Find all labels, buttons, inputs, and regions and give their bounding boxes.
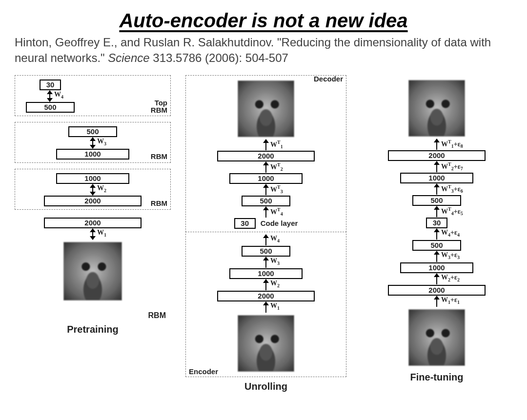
- layer-1000-b: 1000: [56, 173, 129, 184]
- arrow-w2-bi: W2: [92, 184, 93, 195]
- arrow-ft-1: W1+ε1: [436, 296, 437, 307]
- rbm-box-top: 30 W4 500 Top RBM: [15, 75, 171, 116]
- label-top-rbm: Top RBM: [151, 99, 167, 114]
- weight-ft-2: W2+ε2: [441, 274, 460, 282]
- layer-500: 500: [26, 102, 75, 113]
- layer-2000: 2000: [44, 196, 142, 206]
- column-pretraining: 30 W4 500 Top RBM 500 W3 1000 RBM 1000 W…: [15, 75, 171, 392]
- weight-w1t: WT1: [270, 140, 283, 149]
- weight-w2t: WT2: [270, 162, 283, 172]
- arrow-ft-5: WT4+ε5: [436, 206, 437, 217]
- weight-ft-1: W1+ε1: [441, 296, 460, 305]
- weight-w2-u: W2: [270, 280, 280, 288]
- arrow-w1t: WT1: [265, 140, 266, 150]
- dec-layer-1000: 1000: [229, 173, 303, 184]
- arrow-w1-bi: W1: [92, 229, 93, 240]
- arrow-w3-bi: W3: [92, 138, 93, 148]
- arrow-w3-u: W3: [265, 257, 266, 268]
- arrow-ft-7: WT2+ε7: [436, 161, 437, 172]
- weight-w4: W4: [54, 91, 63, 100]
- label-decoder: Decoder: [314, 75, 343, 83]
- weight-w4t: WT4: [270, 207, 283, 217]
- caption-unrolling: Unrolling: [244, 381, 287, 392]
- face-image-output-unroll: [238, 80, 294, 137]
- code-layer-30: 30: [234, 218, 256, 229]
- citation-ref: 313.5786 (2006): 504-507: [153, 51, 288, 64]
- dec-layer-2000: 2000: [217, 151, 315, 161]
- arrow-ft-8: WT1+ε8: [436, 139, 437, 150]
- rbm-box-3: 500 W3 1000 RBM: [15, 122, 171, 163]
- face-image-output-finetune: [408, 80, 465, 137]
- diagram: 30 W4 500 Top RBM 500 W3 1000 RBM 1000 W…: [15, 75, 512, 392]
- arrow-w3t: WT3: [265, 184, 266, 195]
- slide-title: Auto-encoder is not a new idea: [15, 10, 512, 32]
- weight-ft-5: WT4+ε5: [441, 206, 463, 216]
- face-image-input-finetune: [408, 309, 465, 366]
- weight-w2: W2: [97, 184, 106, 193]
- ft-layer-1000-bot: 1000: [400, 262, 473, 273]
- citation: Hinton, Geoffrey E., and Ruslan R. Salak…: [15, 35, 512, 66]
- caption-pretraining: Pretraining: [67, 324, 119, 335]
- weight-ft-6: WT3+ε6: [441, 184, 463, 194]
- layer-2000-b: 2000: [44, 218, 142, 228]
- code-layer-row: 30 Code layer: [234, 218, 298, 229]
- layer-1000: 1000: [56, 149, 129, 160]
- enc-layer-2000: 2000: [217, 291, 315, 301]
- arrow-w4-bi: W4: [49, 91, 50, 101]
- ft-layer-2000-bot: 2000: [388, 285, 486, 296]
- arrow-w2-u: W2: [265, 280, 266, 290]
- arrow-ft-6: WT3+ε6: [436, 184, 437, 195]
- ft-layer-500-bot: 500: [412, 240, 461, 251]
- ft-layer-2000-top: 2000: [388, 150, 486, 161]
- column-unrolling: Decoder WT1 2000 WT2 1000 WT3 500 WT4 30…: [185, 75, 346, 392]
- weight-w4-u: W4: [270, 235, 280, 243]
- label-rbm-2: RBM: [151, 199, 167, 207]
- dec-layer-500: 500: [242, 196, 290, 206]
- weight-ft-3: W3+ε3: [441, 251, 460, 260]
- weight-w3: W3: [97, 138, 106, 146]
- citation-authors: Hinton, Geoffrey E., and Ruslan R. Salak…: [15, 36, 274, 49]
- label-encoder: Encoder: [189, 367, 218, 376]
- weight-ft-7: WT2+ε7: [441, 161, 463, 171]
- face-image-input-unroll: [238, 315, 294, 372]
- label-rbm-3: RBM: [151, 152, 167, 160]
- label-code-layer: Code layer: [261, 219, 298, 227]
- decoder-box: Decoder WT1 2000 WT2 1000 WT3 500 WT4 30…: [185, 75, 346, 232]
- rbm-box-2: 1000 W2 2000 RBM: [15, 169, 171, 210]
- ft-layer-1000-top: 1000: [400, 173, 473, 183]
- arrow-ft-3: W3+ε3: [436, 251, 437, 262]
- arrow-w1-u: W1: [265, 302, 266, 313]
- arrow-w2t: WT2: [265, 162, 266, 173]
- layer-500-b: 500: [68, 126, 117, 137]
- label-rbm-1: RBM: [148, 311, 166, 320]
- column-finetuning: WT1+ε8 2000 WT2+ε7 1000 WT3+ε6 500 WT4+ε…: [361, 75, 512, 392]
- arrow-ft-4: W4+ε4: [436, 229, 437, 240]
- encoder-box: W4 500 W3 1000 W2 2000 W1 Encoder: [185, 231, 346, 377]
- arrow-w4-u: W4: [265, 235, 266, 245]
- ft-layer-30: 30: [426, 218, 447, 228]
- weight-ft-8: WT1+ε8: [441, 139, 463, 149]
- weight-w1: W1: [97, 229, 106, 238]
- face-image-input-pretrain: [63, 242, 122, 300]
- weight-w1-u: W1: [270, 302, 280, 311]
- weight-w3-u: W3: [270, 257, 280, 266]
- layer-30: 30: [40, 80, 61, 90]
- arrow-ft-2: W2+ε2: [436, 274, 437, 284]
- caption-finetuning: Fine-tuning: [410, 372, 464, 383]
- enc-layer-500: 500: [242, 246, 290, 257]
- citation-journal: Science: [108, 51, 149, 64]
- weight-w3t: WT3: [270, 184, 283, 194]
- ft-layer-500-top: 500: [412, 195, 461, 206]
- weight-ft-4: W4+ε4: [441, 229, 460, 238]
- enc-layer-1000: 1000: [229, 268, 303, 279]
- arrow-w4t: WT4: [265, 207, 266, 218]
